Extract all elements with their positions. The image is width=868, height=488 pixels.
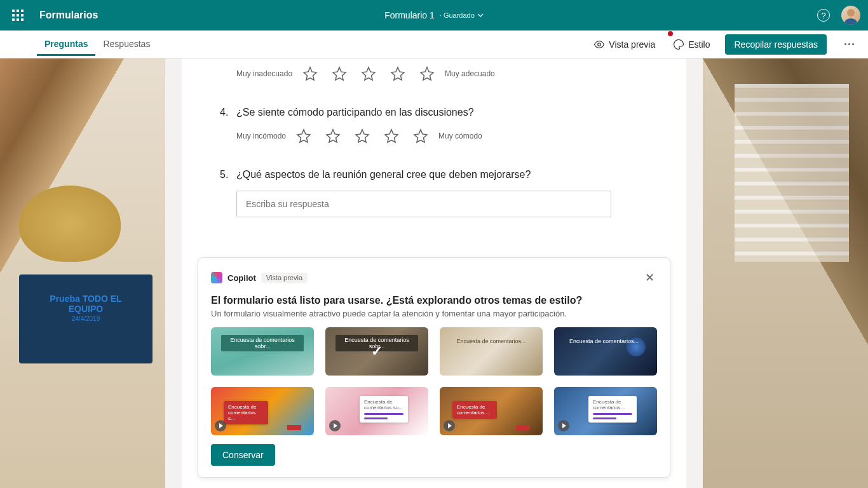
star-1[interactable] (296, 128, 311, 144)
theme-option-3[interactable]: Encuesta de comentarios... (440, 327, 543, 376)
question-text: ¿Qué aspectos de la reunión general cree… (236, 169, 531, 180)
theme-option-8[interactable]: Encuesta de comentarios... (554, 387, 657, 435)
theme-grid: Encuesta de comentarios sobr... Encuesta… (211, 327, 657, 435)
keep-button[interactable]: Conservar (211, 444, 275, 466)
copilot-title: El formulario está listo para usarse. ¿E… (211, 295, 657, 306)
app-launcher-icon[interactable] (8, 5, 28, 25)
palette-icon (673, 39, 684, 50)
play-icon (329, 420, 341, 431)
eye-icon (593, 39, 605, 50)
question-number: 5. (220, 169, 231, 180)
rating-right-label: Muy adecuado (445, 69, 495, 78)
user-avatar[interactable] (841, 6, 860, 25)
preview-button[interactable]: Vista previa (591, 35, 658, 54)
app-name: Formularios (39, 10, 98, 21)
rating-right-label: Muy cómodo (438, 132, 482, 140)
star-4[interactable] (390, 66, 405, 81)
star-5[interactable] (413, 128, 428, 144)
copilot-logo-icon (211, 272, 222, 283)
answer-input[interactable] (236, 191, 611, 217)
question-text: ¿Se siente cómodo participando en las di… (236, 107, 474, 118)
star-2[interactable] (325, 128, 341, 144)
help-icon[interactable]: ? (817, 9, 830, 22)
tab-responses[interactable]: Respuestas (95, 32, 158, 56)
star-2[interactable] (332, 66, 347, 81)
star-5[interactable] (419, 66, 435, 81)
question-5: 5. ¿Qué aspectos de la reunión general c… (220, 169, 648, 217)
chevron-down-icon (477, 12, 484, 18)
bg-monitor-text: Prueba TODO EL EQUIPO 24/4/2019 (35, 294, 137, 322)
canvas: Prueba TODO EL EQUIPO 24/4/2019 Muy inad… (0, 58, 868, 488)
close-icon[interactable]: ✕ (642, 268, 657, 287)
tab-questions[interactable]: Preguntas (37, 32, 95, 56)
rating-left-label: Muy incómodo (236, 132, 286, 140)
form-editor: Muy inadecuado Muy adecuado 4. ¿Se sient… (182, 58, 686, 488)
top-bar: Formularios Formulario 1 · Guardado ? (0, 0, 868, 30)
form-title: Formulario 1 (384, 10, 435, 20)
rating-stars (296, 128, 428, 144)
question-4: 4. ¿Se siente cómodo participando en las… (220, 107, 648, 144)
command-bar: Preguntas Respuestas Vista previa Estilo… (0, 30, 868, 58)
theme-option-1[interactable]: Encuesta de comentarios sobr... (211, 327, 314, 376)
copilot-subtitle: Un formulario visualmente atractivo pued… (211, 309, 657, 318)
play-icon (558, 420, 569, 431)
play-icon (215, 420, 226, 431)
star-1[interactable] (302, 66, 318, 81)
saved-status[interactable]: · Guardado (440, 11, 484, 19)
theme-option-2-selected[interactable]: Encuesta de comentarios sobr... (325, 327, 428, 376)
theme-option-5[interactable]: Encuesta de comentarios s... (211, 387, 314, 435)
play-icon (444, 420, 455, 431)
theme-option-4[interactable]: Encuesta de comentarios... (554, 327, 657, 376)
star-3[interactable] (361, 66, 376, 81)
star-4[interactable] (384, 128, 399, 144)
star-3[interactable] (355, 128, 370, 144)
copilot-panel: Copilot Vista previa ✕ El formulario est… (198, 257, 670, 478)
theme-option-6[interactable]: Encuesta de comentarios so... (325, 387, 428, 435)
more-options-icon[interactable] (839, 38, 859, 50)
question-3-partial: Muy inadecuado Muy adecuado (220, 66, 648, 81)
style-button[interactable]: Estilo (670, 35, 712, 54)
collect-responses-button[interactable]: Recopilar respuestas (725, 34, 827, 55)
copilot-name: Copilot (227, 273, 256, 283)
form-title-group[interactable]: Formulario 1 · Guardado (384, 10, 484, 20)
rating-stars (302, 66, 435, 81)
question-number: 4. (220, 107, 231, 118)
rating-left-label: Muy inadecuado (236, 69, 292, 78)
svg-point-0 (598, 43, 601, 46)
preview-tag: Vista previa (261, 273, 308, 283)
theme-option-7[interactable]: Encuesta de comentarios ... (440, 387, 543, 435)
